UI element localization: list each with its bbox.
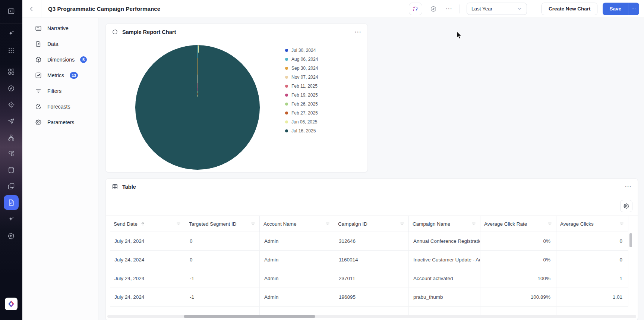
metrics-count-badge: 13 <box>70 72 78 79</box>
filter-icon[interactable] <box>547 221 552 226</box>
table-cell: 1160014 <box>334 251 409 269</box>
chart-card-more-button[interactable]: ··· <box>355 29 362 35</box>
app-root: Q3 Programmatic Campaign Performance <box>0 0 644 320</box>
nav-item-filters[interactable]: Filters <box>22 84 98 98</box>
column-header-campaign-name[interactable]: Campaign Name <box>409 216 480 232</box>
table-horizontal-scrollbar-thumb[interactable] <box>184 315 315 318</box>
legend-item[interactable]: Feb 27, 2025 <box>285 109 318 117</box>
table-cell: 0% <box>480 251 556 269</box>
table-cell: 0 <box>556 251 628 269</box>
forecasts-icon <box>35 103 42 110</box>
filter-icon[interactable] <box>619 221 624 226</box>
table-cell: -1 <box>185 269 260 288</box>
legend-item[interactable]: Nov 07, 2024 <box>285 73 318 82</box>
table-cell: July 24, 2024 <box>110 232 185 251</box>
column-header-average-click-rate[interactable]: Average Click Rate <box>480 216 556 232</box>
nav-item-parameters[interactable]: Parameters <box>22 115 98 130</box>
nav-item-narrative[interactable]: Narrative <box>22 21 98 36</box>
create-new-chart-button[interactable]: Create New Chart <box>542 3 598 15</box>
legend-item[interactable]: Jul 30, 2024 <box>285 46 318 55</box>
legend-dot <box>285 76 288 79</box>
nav-item-forecasts[interactable]: Forecasts <box>22 99 98 114</box>
legend-item[interactable]: Jun 06, 2025 <box>285 117 318 126</box>
sparkles-icon-2[interactable] <box>4 212 19 227</box>
target-icon[interactable] <box>4 97 19 112</box>
bubbles-icon[interactable] <box>4 146 19 161</box>
table-cell: 0 <box>556 232 628 251</box>
table-cell: 100% <box>480 269 556 288</box>
rail-divider-bottom <box>0 290 22 290</box>
ai-sparkle-wand-icon[interactable] <box>409 3 422 15</box>
filter-icon[interactable] <box>250 221 256 226</box>
save-button[interactable]: Save <box>603 3 628 15</box>
pie-chart[interactable] <box>135 45 260 170</box>
topbar-actions: ··· Last Year Create New Chart Save ··· <box>409 3 644 15</box>
table-grid: Send Date Targeted Segment ID Account Na… <box>110 216 638 316</box>
column-header-targeted-segment-id[interactable]: Targeted Segment ID <box>185 216 260 232</box>
legend-item[interactable]: Jul 16, 2025 <box>285 126 318 135</box>
save-more-button[interactable]: ··· <box>628 3 639 15</box>
column-header-send-date[interactable]: Send Date <box>110 216 185 232</box>
chart-card-header: Sample Report Chart ··· <box>106 24 367 40</box>
column-header-average-clicks[interactable]: Average Clicks <box>556 216 628 232</box>
chevron-down-icon <box>517 6 522 11</box>
filter-icon[interactable] <box>471 221 476 226</box>
legend-item[interactable]: Aug 06, 2024 <box>285 55 318 64</box>
compass-icon[interactable] <box>4 81 19 96</box>
table-cell: 0 <box>185 251 260 269</box>
dashboard-icon[interactable] <box>4 64 19 79</box>
nav-item-dimensions[interactable]: Dimensions 5 <box>22 52 98 67</box>
filter-icon[interactable] <box>400 221 405 226</box>
table-cell: 0% <box>480 232 556 251</box>
table-cell: Admin <box>260 269 334 288</box>
send-icon[interactable] <box>4 114 19 129</box>
table-cell-partial <box>480 307 556 316</box>
table-cell-partial <box>334 307 409 316</box>
topbar-separator-2 <box>534 4 534 13</box>
legend-item[interactable]: Feb 11, 2025 <box>285 82 318 91</box>
apps-grid-icon[interactable] <box>4 43 19 58</box>
legend-dot <box>285 94 288 97</box>
back-button[interactable] <box>22 0 41 18</box>
more-icon-topbar[interactable]: ··· <box>442 3 456 15</box>
legend-item[interactable]: Feb 19, 2025 <box>285 91 318 100</box>
column-header-account-name[interactable]: Account Name <box>260 216 334 232</box>
left-rail <box>0 0 22 320</box>
gear-icon <box>623 203 629 209</box>
sort-asc-icon <box>141 222 145 226</box>
time-range-value: Last Year <box>471 6 492 12</box>
chart-card-title: Sample Report Chart <box>122 29 351 35</box>
pie-chart-icon <box>112 29 118 35</box>
table-cell-partial <box>556 307 628 316</box>
legend-item[interactable]: Sep 30, 2024 <box>285 64 318 73</box>
table-cell: 1 <box>556 269 628 288</box>
column-header-campaign-id[interactable]: Campaign ID <box>334 216 409 232</box>
table-grid-icon <box>112 183 118 190</box>
sparkles-icon[interactable] <box>4 26 19 41</box>
table-cell: 100.89% <box>480 288 556 307</box>
nav-label: Narrative <box>47 25 69 31</box>
chart-card: Sample Report Chart ··· Jul 30, 2024 Aug… <box>105 23 368 172</box>
table-settings-button[interactable] <box>620 200 632 212</box>
gear-icon[interactable] <box>4 229 19 244</box>
panel-toggle-icon[interactable] <box>4 4 19 19</box>
narrative-icon <box>35 25 42 32</box>
brand-logo[interactable] <box>5 298 18 310</box>
report-doc-icon[interactable] <box>4 195 19 210</box>
table-card-more-button[interactable]: ··· <box>625 183 632 190</box>
database-icon[interactable] <box>4 163 19 178</box>
layers-icon[interactable] <box>4 179 19 194</box>
compass-icon-topbar[interactable] <box>427 3 440 15</box>
time-range-select[interactable]: Last Year <box>467 3 527 15</box>
table-toolbar <box>620 200 632 212</box>
nav-item-data[interactable]: Data <box>22 37 98 51</box>
table-horizontal-scrollbar-track[interactable] <box>107 315 636 318</box>
filter-icon[interactable] <box>325 221 330 226</box>
legend-item[interactable]: Feb 26, 2025 <box>285 100 318 109</box>
hierarchy-icon[interactable] <box>4 130 19 145</box>
nav-item-metrics[interactable]: Metrics 13 <box>22 68 98 83</box>
filter-icon[interactable] <box>176 221 181 226</box>
table-vertical-scrollbar[interactable] <box>629 233 632 247</box>
table-cell: Admin <box>260 251 334 269</box>
nav-label: Forecasts <box>47 104 70 110</box>
